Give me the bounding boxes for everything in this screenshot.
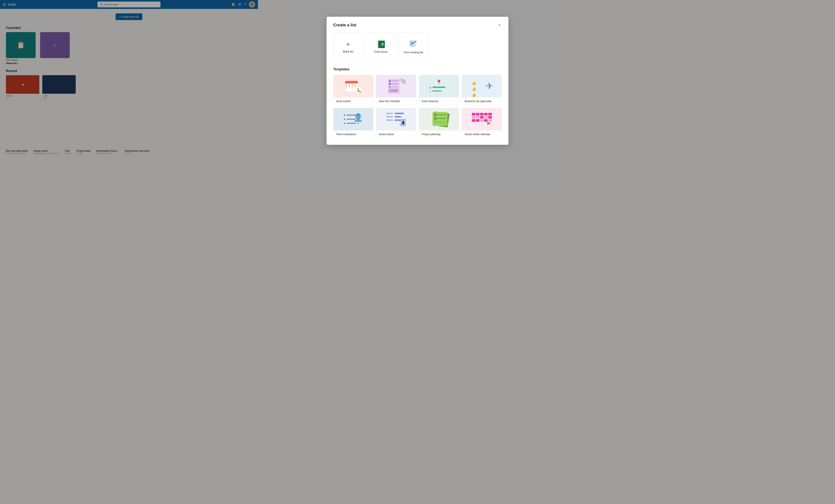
modal-overlay: Create a list × + Blank list: [0, 0, 258, 156]
